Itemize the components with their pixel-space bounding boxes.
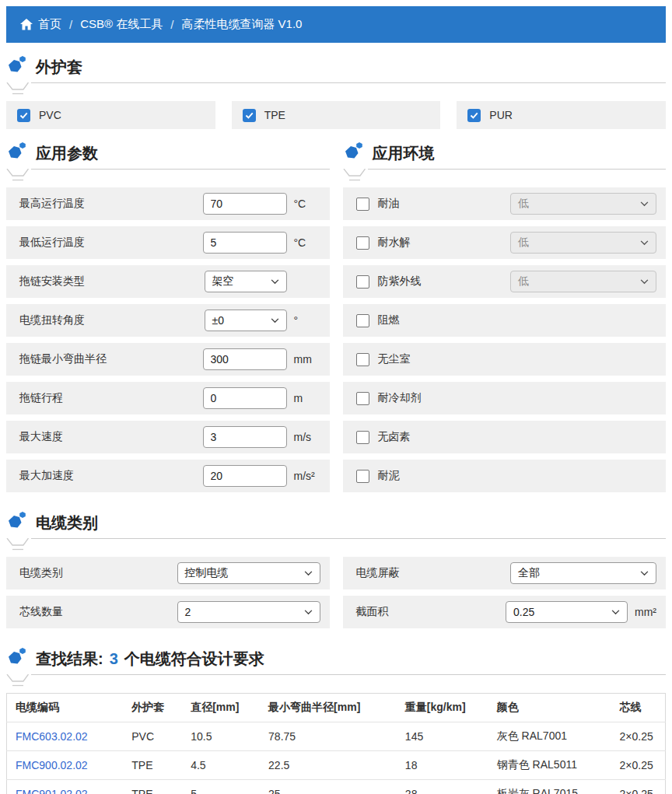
application-environment-column: 应用环境 耐油 低 耐水解 低 bbox=[343, 129, 667, 498]
select-value: 低 bbox=[518, 236, 529, 250]
results-title: 查找结果: 3 个电缆符合设计要求 bbox=[36, 650, 264, 668]
breadcrumb-separator: / bbox=[170, 18, 173, 31]
env-label: 耐泥 bbox=[378, 469, 657, 483]
uv-level-select[interactable]: 低 bbox=[510, 271, 656, 292]
cross-section-select[interactable]: 0.25 bbox=[506, 601, 628, 623]
pur-checkbox[interactable] bbox=[467, 109, 481, 122]
param-label: 拖链行程 bbox=[19, 391, 203, 405]
cell-color: 钢青色 RAL5011 bbox=[488, 751, 611, 780]
param-unit: °C bbox=[294, 236, 320, 249]
min-bend-radius-input[interactable] bbox=[203, 348, 287, 370]
col-header-diameter: 直径[mm] bbox=[182, 694, 260, 722]
env-label: 无尘室 bbox=[378, 352, 657, 366]
section-title-environment: 应用环境 bbox=[373, 145, 435, 163]
col-header-sheath: 外护套 bbox=[123, 694, 182, 722]
flame-retardant-checkbox[interactable] bbox=[356, 314, 369, 327]
halogen-free-checkbox[interactable] bbox=[356, 431, 369, 444]
category-right-column: 电缆屏蔽 全部 截面积 0.25 mm² bbox=[343, 557, 667, 635]
cell-cores: 2×0.25 bbox=[611, 722, 666, 751]
env-row-hydrolysis-resist: 耐水解 低 bbox=[343, 226, 667, 259]
sheath-option-tpe: TPE bbox=[232, 101, 441, 129]
cable-type-select[interactable]: 控制电缆 bbox=[177, 562, 320, 584]
env-row-uv-resist: 防紫外线 低 bbox=[343, 265, 667, 298]
select-value: 2 bbox=[185, 606, 191, 618]
env-row-mud-resist: 耐泥 bbox=[343, 460, 667, 492]
env-label: 阻燃 bbox=[378, 313, 657, 327]
mud-resist-checkbox[interactable] bbox=[356, 470, 369, 483]
application-parameters-column: 应用参数 最高运行温度 °C 最低运行温度 °C 拖链安装类型 架空 bbox=[6, 129, 330, 498]
pvc-checkbox[interactable] bbox=[17, 109, 30, 122]
chevron-down-icon bbox=[640, 571, 649, 576]
cable-code-link[interactable]: FMC603.02.02 bbox=[16, 730, 88, 743]
oil-resist-level-select[interactable]: 低 bbox=[510, 193, 656, 215]
hydrolysis-level-select[interactable]: 低 bbox=[510, 232, 656, 254]
chevron-down-icon bbox=[304, 610, 313, 615]
env-row-flame-retardant: 阻燃 bbox=[343, 304, 667, 337]
cleanroom-checkbox[interactable] bbox=[356, 353, 369, 366]
category-left-column: 电缆类别 控制电缆 芯线数量 2 bbox=[6, 557, 330, 635]
env-label: 耐冷却剂 bbox=[378, 391, 657, 405]
hexagon-bullet-icon bbox=[6, 511, 28, 532]
cell-sheath: TPE bbox=[123, 751, 182, 780]
twist-angle-select[interactable]: ±0 bbox=[205, 310, 287, 331]
cable-code-link[interactable]: FMC900.02.02 bbox=[16, 759, 88, 771]
max-speed-input[interactable] bbox=[203, 426, 287, 448]
env-label: 耐水解 bbox=[378, 236, 511, 250]
param-unit: ° bbox=[294, 314, 320, 327]
table-row: FMC603.02.02 PVC 10.5 78.75 145 灰色 RAL70… bbox=[7, 722, 666, 751]
cable-code-link[interactable]: FMC901.02.02 bbox=[16, 788, 88, 794]
tpe-checkbox[interactable] bbox=[243, 109, 256, 122]
install-type-select[interactable]: 架空 bbox=[205, 271, 287, 292]
section-title-params: 应用参数 bbox=[36, 145, 98, 163]
travel-input[interactable] bbox=[203, 387, 287, 409]
select-value: ±0 bbox=[212, 314, 224, 327]
param-unit: m/s bbox=[294, 431, 320, 443]
collapse-notch-icon bbox=[343, 169, 368, 182]
param-row-travel: 拖链行程 m bbox=[6, 382, 330, 414]
section-title-category: 电缆类别 bbox=[36, 514, 98, 532]
breadcrumb-home-label: 首页 bbox=[38, 17, 61, 32]
param-row-min-bend-radius: 拖链最小弯曲半径 mm bbox=[6, 343, 330, 376]
col-header-radius: 最小弯曲半径[mm] bbox=[260, 694, 397, 722]
param-unit: mm bbox=[294, 353, 320, 366]
hydrolysis-resist-checkbox[interactable] bbox=[356, 236, 369, 250]
oil-resist-checkbox[interactable] bbox=[356, 198, 369, 211]
hexagon-bullet-icon bbox=[6, 55, 28, 76]
cell-sheath: TPE bbox=[123, 780, 182, 794]
cell-diameter: 4.5 bbox=[182, 751, 260, 780]
breadcrumb-home-link[interactable]: 首页 bbox=[20, 17, 61, 32]
env-label: 耐油 bbox=[378, 197, 511, 211]
home-icon bbox=[20, 19, 33, 30]
check-icon bbox=[470, 112, 478, 119]
sheath-option-pur: PUR bbox=[457, 101, 666, 129]
max-accel-input[interactable] bbox=[203, 465, 287, 487]
coolant-resist-checkbox[interactable] bbox=[356, 392, 369, 405]
param-row-twist-angle: 电缆扭转角度 ±0 ° bbox=[6, 304, 330, 337]
category-row-shield: 电缆屏蔽 全部 bbox=[343, 557, 667, 589]
cell-cores: 2×0.25 bbox=[611, 751, 666, 780]
shield-select[interactable]: 全部 bbox=[510, 562, 656, 584]
max-temp-input[interactable] bbox=[203, 193, 287, 215]
min-temp-input[interactable] bbox=[203, 232, 287, 254]
uv-resist-checkbox[interactable] bbox=[356, 275, 369, 289]
core-count-select[interactable]: 2 bbox=[177, 601, 320, 623]
param-row-min-temp: 最低运行温度 °C bbox=[6, 226, 330, 259]
select-value: 低 bbox=[518, 197, 529, 211]
params-section-header: 应用参数 bbox=[6, 142, 330, 163]
select-value: 控制电缆 bbox=[185, 566, 229, 580]
cell-radius: 78.75 bbox=[260, 722, 397, 751]
col-header-weight: 重量[kg/km] bbox=[397, 694, 488, 722]
tpe-label: TPE bbox=[264, 109, 285, 121]
param-label: 最大加速度 bbox=[19, 469, 203, 483]
cell-weight: 18 bbox=[397, 751, 488, 780]
chevron-down-icon bbox=[271, 279, 279, 285]
chevron-down-icon bbox=[640, 279, 649, 285]
sheath-option-pvc: PVC bbox=[6, 101, 215, 129]
check-icon bbox=[19, 112, 28, 119]
category-row-cable-type: 电缆类别 控制电缆 bbox=[6, 557, 330, 589]
env-label: 防紫外线 bbox=[378, 275, 511, 289]
category-label: 截面积 bbox=[356, 605, 506, 619]
chevron-down-icon bbox=[611, 610, 620, 615]
select-value: 低 bbox=[518, 275, 529, 289]
breadcrumb-link-tools[interactable]: CSB® 在线工具 bbox=[80, 17, 163, 32]
